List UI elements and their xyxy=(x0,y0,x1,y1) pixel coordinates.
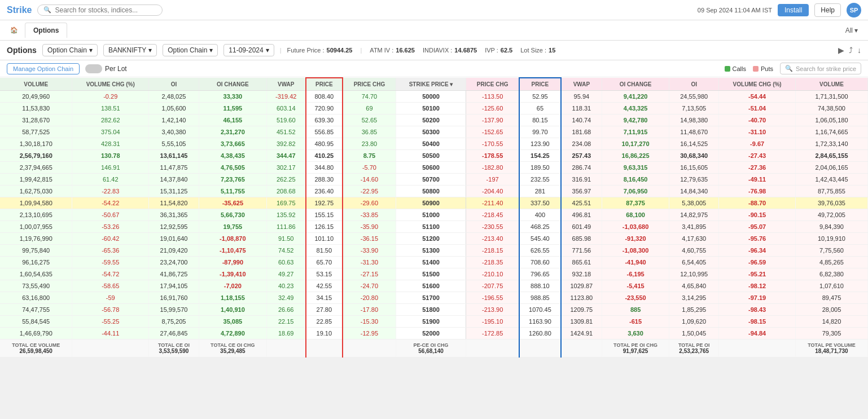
table-row: 556.85 xyxy=(306,126,343,138)
strike-cell: 51700 xyxy=(396,292,466,304)
date-dropdown[interactable]: 11-09-2024 ▾ xyxy=(223,44,274,56)
table-row: -51.04 xyxy=(719,103,796,114)
table-row: 1,16,74,665 xyxy=(795,126,867,138)
table-row: 146.91 xyxy=(72,162,149,174)
table-row: 234.08 xyxy=(561,138,602,150)
table-row: 1,60,54,635 xyxy=(0,268,72,280)
table-row: 33,330 xyxy=(199,91,266,103)
table-row: 14,82,975 xyxy=(669,209,719,221)
table-row: 2,37,94,665 xyxy=(0,162,72,174)
install-button[interactable]: Install xyxy=(778,4,809,16)
footer-pe-ce-oi: PE-CE OI CHG 56,68,140 xyxy=(396,339,466,358)
table-row: -12.95 xyxy=(343,328,396,339)
table-row: 9,41,220 xyxy=(602,91,669,103)
table-row: -23,550 xyxy=(602,292,669,304)
table-row: 288.30 xyxy=(306,174,343,186)
table-row: -65.36 xyxy=(72,245,149,257)
table-row: -170.55 xyxy=(466,138,519,150)
table-row: 2,48,025 xyxy=(149,91,199,103)
table-row: 5,11,755 xyxy=(199,186,266,197)
table-row: 192.75 xyxy=(306,197,343,209)
toggle-switch[interactable] xyxy=(85,64,102,73)
table-row: 4,38,435 xyxy=(199,150,266,162)
table-row: -218.15 xyxy=(466,245,519,257)
table-row: 6,54,405 xyxy=(669,257,719,268)
table-row: 26.66 xyxy=(266,304,306,316)
table-row: 74.70 xyxy=(343,91,396,103)
strike-cell: 51600 xyxy=(396,280,466,292)
option-chain-dropdown-1[interactable]: Option Chain ▾ xyxy=(42,44,98,56)
table-row: 46,155 xyxy=(199,114,266,126)
table-row: -207.75 xyxy=(466,280,519,292)
navbar-left: Strike 🔍 xyxy=(7,5,163,16)
table-row: 468.25 xyxy=(519,221,561,233)
table-row: 11,54,820 xyxy=(149,197,199,209)
table-row: 74,38,500 xyxy=(795,103,867,114)
table-row: -31.10 xyxy=(719,126,796,138)
table-row: -196.55 xyxy=(466,292,519,304)
table-row: -1,10,475 xyxy=(199,245,266,257)
table-row: -22.83 xyxy=(72,186,149,197)
table-row: 1,62,75,030 xyxy=(0,186,72,197)
indiavix: INDIAVIX : 14.6875 xyxy=(423,47,477,54)
table-row: 375.04 xyxy=(72,126,149,138)
table-row: -1,03,680 xyxy=(602,221,669,233)
options-tab[interactable]: Options xyxy=(25,23,67,38)
video-icon[interactable]: ▶ xyxy=(838,46,844,55)
per-lot-toggle[interactable]: Per Lot xyxy=(85,64,127,73)
table-row: 262.25 xyxy=(266,174,306,186)
table-row: 232.55 xyxy=(519,174,561,186)
table-row: -178.55 xyxy=(466,150,519,162)
table-row: 65 xyxy=(519,103,561,114)
table-row: 2,31,270 xyxy=(199,126,266,138)
table-row: 69 xyxy=(343,103,396,114)
table-row: 1,42,43,445 xyxy=(795,174,867,186)
table-row: 1,09,620 xyxy=(669,316,719,328)
table-row: -33.90 xyxy=(343,245,396,257)
table-row: -96.59 xyxy=(719,257,796,268)
home-tab[interactable]: 🏠 xyxy=(5,23,24,37)
strike-search[interactable]: 🔍 Search for strike price xyxy=(780,63,861,74)
navbar: Strike 🔍 09 Sep 2024 11:04 AM IST Instal… xyxy=(0,0,868,20)
table-row: 708.60 xyxy=(519,257,561,268)
global-search-input[interactable] xyxy=(55,6,156,14)
table-row: 155.15 xyxy=(306,209,343,221)
footer-pe-vol: TOTAL PE VOLUME 18,48,71,730 xyxy=(795,339,867,358)
table-row: -40.70 xyxy=(719,114,796,126)
table-row: 81.50 xyxy=(306,245,343,257)
global-search[interactable]: 🔍 xyxy=(37,5,163,16)
table-row: 720.90 xyxy=(306,103,343,114)
table-row: 89,475 xyxy=(795,292,867,304)
table-row: -1,39,410 xyxy=(199,268,266,280)
col-ce-volume: VOLUME xyxy=(0,78,72,91)
chevron-down-icon: ▾ xyxy=(89,46,93,54)
table-row: 808.40 xyxy=(306,91,343,103)
table-row: 7,75,560 xyxy=(795,245,867,257)
strike-cell: 50700 xyxy=(396,174,466,186)
separator-1: | xyxy=(280,47,282,54)
strike-cell: 50500 xyxy=(396,150,466,162)
strike-cell: 50100 xyxy=(396,103,466,114)
table-row: 2,84,65,155 xyxy=(795,150,867,162)
table-row: 16,15,605 xyxy=(669,162,719,174)
help-button[interactable]: Help xyxy=(814,3,841,17)
table-row: 1,50,045 xyxy=(669,328,719,339)
share-icon[interactable]: ⤴ xyxy=(849,46,853,55)
table-row: -195.10 xyxy=(466,316,519,328)
banknifty-dropdown[interactable]: BANKNIFTY ▾ xyxy=(103,44,157,56)
table-row: 3,630 xyxy=(602,328,669,339)
table-row: 8,16,450 xyxy=(602,174,669,186)
table-row: 1,19,76,990 xyxy=(0,233,72,245)
table-row: -94.84 xyxy=(719,328,796,339)
table-row: 1,42,140 xyxy=(149,114,199,126)
manage-option-chain-button[interactable]: Manage Option Chain xyxy=(7,63,80,74)
table-row: 23.80 xyxy=(343,138,396,150)
table-row: 1070.45 xyxy=(519,304,561,316)
option-chain-dropdown-2[interactable]: Option Chain ▾ xyxy=(163,44,218,56)
download-icon[interactable]: ↓ xyxy=(857,46,861,55)
table-row: 41,86,725 xyxy=(149,268,199,280)
table-row: 61.42 xyxy=(72,174,149,186)
table-row: 5,38,005 xyxy=(669,197,719,209)
avatar[interactable]: SP xyxy=(847,3,861,17)
tab-all[interactable]: All ▾ xyxy=(840,24,863,37)
